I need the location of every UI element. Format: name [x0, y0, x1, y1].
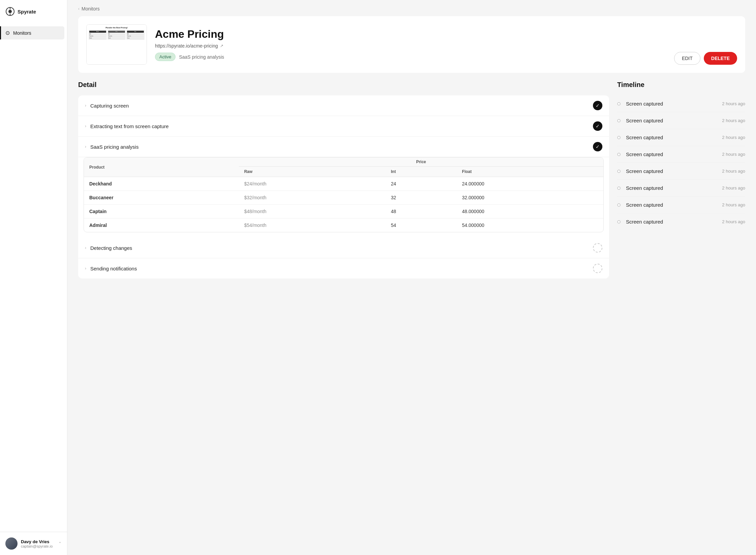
user-email: captain@spyrate.io — [21, 544, 55, 548]
sidebar: Spyrate ⊙ Monitors Davy de Vries captain… — [0, 0, 67, 555]
timeline-label: Screen captured — [626, 202, 717, 208]
external-link-icon[interactable]: ↗ — [220, 43, 223, 48]
step-row-detecting-changes: › Detecting changes — [78, 238, 609, 258]
monitor-url-text[interactable]: https://spyrate.io/acme-pricing — [155, 43, 218, 49]
timeline-time: 2 hours ago — [722, 101, 745, 106]
status-badge: Active — [155, 53, 176, 61]
timeline-time: 2 hours ago — [722, 135, 745, 140]
step-chevron-icon[interactable]: › — [85, 144, 86, 149]
cell-int: 32 — [385, 191, 456, 205]
cell-int: 24 — [385, 177, 456, 191]
timeline-time: 2 hours ago — [722, 152, 745, 157]
timeline-dot — [617, 186, 621, 190]
monitor-tags: Active SaaS pricing analysis — [155, 53, 737, 61]
step-chevron-icon[interactable]: › — [85, 245, 86, 250]
timeline-label: Screen captured — [626, 185, 717, 191]
step-check-done: ✓ — [593, 121, 602, 131]
col-header-int: Int — [385, 167, 456, 177]
timeline-item: Screen captured 2 hours ago — [617, 163, 745, 180]
check-mark-icon: ✓ — [596, 103, 600, 108]
monitor-title: Acme Pricing — [155, 28, 737, 40]
step-row-saas-analysis: › SaaS pricing analysis ✓ — [78, 137, 609, 157]
timeline-item: Screen captured 2 hours ago — [617, 146, 745, 163]
step-chevron-icon[interactable]: › — [85, 124, 86, 128]
timeline-item: Screen captured 2 hours ago — [617, 112, 745, 129]
step-row-extracting-text: › Extracting text from screen capture ✓ — [78, 116, 609, 137]
col-header-float: Float — [456, 167, 603, 177]
svg-point-1 — [8, 10, 12, 13]
cell-raw: $48/month — [239, 205, 386, 218]
timeline-dot — [617, 170, 621, 173]
cell-int: 48 — [385, 205, 456, 218]
step-row-capturing-screen: › Capturing screen ✓ — [78, 95, 609, 116]
timeline-section: Timeline Screen captured 2 hours ago Scr… — [617, 81, 745, 279]
content-grid: Detail › Capturing screen ✓ › Extracting… — [67, 81, 756, 289]
cell-float: 48.000000 — [456, 205, 603, 218]
timeline-time: 2 hours ago — [722, 185, 745, 191]
timeline-label: Screen captured — [626, 219, 717, 225]
col-header-price: Price — [239, 157, 603, 167]
cell-float: 24.000000 — [456, 177, 603, 191]
timeline-item: Screen captured 2 hours ago — [617, 213, 745, 230]
step-check-pending — [593, 243, 602, 253]
step-label: Extracting text from screen capture — [90, 123, 589, 129]
breadcrumb-chevron-icon: ‹ — [78, 6, 80, 11]
monitor-tag-label: SaaS pricing analysis — [179, 54, 224, 60]
avatar-image — [5, 537, 18, 550]
step-label: Capturing screen — [90, 103, 589, 109]
timeline-dot — [617, 102, 621, 106]
step-chevron-icon[interactable]: › — [85, 103, 86, 108]
step-chevron-icon[interactable]: › — [85, 266, 86, 271]
header-actions: EDIT DELETE — [674, 52, 737, 65]
timeline-dot — [617, 220, 621, 224]
cell-product: Captain — [84, 205, 239, 218]
main-content: ‹ Monitors Plunder the Best Pricing! Bas… — [67, 0, 756, 555]
timeline-section-title: Timeline — [617, 81, 745, 89]
monitor-preview-thumbnail: Plunder the Best Pricing! Basic $24 Feat… — [86, 24, 147, 65]
sidebar-footer: Davy de Vries captain@spyrate.io ⌃ — [0, 532, 67, 555]
app-logo[interactable]: Spyrate — [0, 0, 67, 23]
timeline-time: 2 hours ago — [722, 169, 745, 174]
timeline-list: Screen captured 2 hours ago Screen captu… — [617, 95, 745, 230]
app-name: Spyrate — [18, 9, 36, 14]
monitor-url: https://spyrate.io/acme-pricing ↗ — [155, 43, 737, 49]
sidebar-item-monitors-label: Monitors — [13, 30, 31, 36]
timeline-item: Screen captured 2 hours ago — [617, 197, 745, 213]
step-check-pending — [593, 264, 602, 273]
check-mark-icon: ✓ — [596, 144, 600, 149]
timeline-dot — [617, 153, 621, 156]
step-row-sending-notifications: › Sending notifications — [78, 258, 609, 279]
timeline-label: Screen captured — [626, 151, 717, 157]
timeline-item: Screen captured 2 hours ago — [617, 180, 745, 197]
timeline-label: Screen captured — [626, 135, 717, 140]
check-mark-icon: ✓ — [596, 123, 600, 129]
cell-product: Admiral — [84, 218, 239, 232]
table-row: Captain $48/month 48 48.000000 — [84, 205, 603, 218]
cell-float: 32.000000 — [456, 191, 603, 205]
breadcrumb: ‹ Monitors — [67, 0, 756, 16]
timeline-label: Screen captured — [626, 101, 717, 107]
pricing-table: Product Price Raw Int Float Deckha — [84, 157, 603, 232]
timeline-label: Screen captured — [626, 168, 717, 174]
timeline-dot — [617, 136, 621, 139]
timeline-item: Screen captured 2 hours ago — [617, 95, 745, 112]
edit-button[interactable]: EDIT — [674, 52, 700, 65]
col-header-product: Product — [84, 157, 239, 177]
cell-product: Buccaneer — [84, 191, 239, 205]
step-check-done: ✓ — [593, 101, 602, 110]
user-info: Davy de Vries captain@spyrate.io — [21, 539, 55, 548]
monitors-icon: ⊙ — [5, 30, 10, 36]
user-menu-chevron[interactable]: ⌃ — [58, 541, 62, 546]
avatar — [5, 537, 18, 550]
timeline-label: Screen captured — [626, 118, 717, 123]
sidebar-item-monitors[interactable]: ⊙ Monitors — [0, 26, 64, 39]
monitor-header-card: Plunder the Best Pricing! Basic $24 Feat… — [78, 16, 745, 73]
timeline-time: 2 hours ago — [722, 118, 745, 123]
spyrate-logo-icon — [5, 7, 15, 16]
timeline-dot — [617, 119, 621, 122]
breadcrumb-parent[interactable]: Monitors — [82, 6, 100, 11]
cell-raw: $32/month — [239, 191, 386, 205]
delete-button[interactable]: DELETE — [704, 52, 737, 65]
col-header-raw: Raw — [239, 167, 386, 177]
table-row: Buccaneer $32/month 32 32.000000 — [84, 191, 603, 205]
